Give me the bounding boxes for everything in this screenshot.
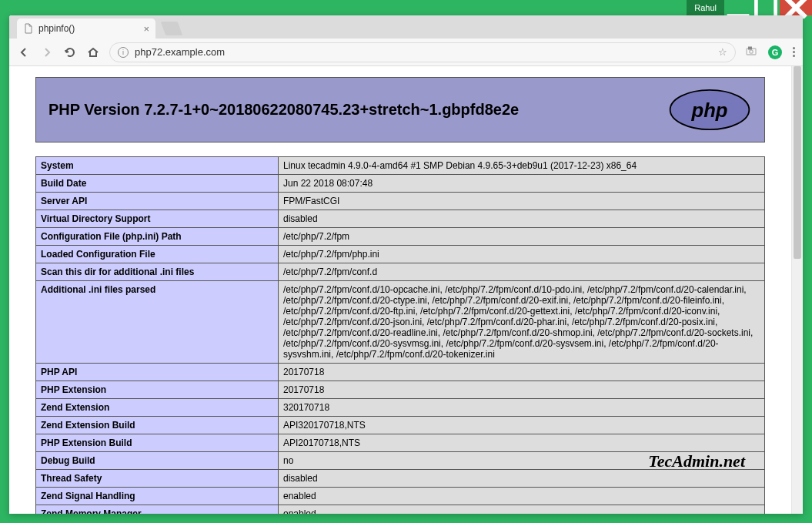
table-row: Server APIFPM/FastCGI [36,193,765,210]
svg-text:php: php [690,99,727,121]
php-logo-icon: php [667,89,752,131]
config-key: Build Date [36,175,279,193]
config-key: Configuration File (php.ini) Path [36,228,279,246]
config-value: API20170718,NTS [279,434,765,452]
php-version-heading: PHP Version 7.2.7-1+0~20180622080745.23+… [48,101,519,119]
table-row: Debug Buildno [36,452,765,470]
config-key: Zend Memory Manager [36,505,279,515]
config-key: Zend Extension Build [36,417,279,434]
config-value: Jun 22 2018 08:07:48 [279,175,765,193]
vertical-scrollbar[interactable] [791,66,803,514]
config-value: /etc/php/7.2/fpm/php.ini [279,246,765,263]
reload-button[interactable] [63,45,77,59]
tab-title: phpinfo() [38,23,75,34]
config-value: 320170718 [279,399,765,417]
back-button[interactable] [17,45,31,59]
config-value: /etc/php/7.2/fpm [279,228,765,246]
config-key: PHP API [36,364,279,381]
grammarly-icon[interactable]: G [768,45,782,59]
config-value: 20170718 [279,381,765,399]
table-row: PHP API20170718 [36,364,765,381]
config-value: no [279,452,765,470]
config-key: Scan this dir for additional .ini files [36,263,279,281]
table-row: Zend Extension320170718 [36,399,765,417]
config-key: PHP Extension Build [36,434,279,452]
phpinfo-table: SystemLinux tecadmin 4.9.0-4-amd64 #1 SM… [35,156,765,514]
config-value: Linux tecadmin 4.9.0-4-amd64 #1 SMP Debi… [279,157,765,175]
table-row: Configuration File (php.ini) Path/etc/ph… [36,228,765,246]
table-row: Zend Signal Handlingenabled [36,488,765,505]
table-row: PHP Extension BuildAPI20170718,NTS [36,434,765,452]
site-info-icon[interactable]: i [118,47,129,58]
scrollbar-thumb[interactable] [794,66,801,259]
table-row: PHP Extension20170718 [36,381,765,399]
url-text: php72.example.com [135,46,225,58]
browser-tab[interactable]: phpinfo() × [17,18,155,39]
config-value: 20170718 [279,364,765,381]
config-value: API320170718,NTS [279,417,765,434]
tab-close-icon[interactable]: × [143,23,149,35]
browser-viewport: PHP Version 7.2.7-1+0~20180622080745.23+… [9,66,803,514]
config-key: PHP Extension [36,381,279,399]
page-icon [23,23,34,34]
php-version-header: PHP Version 7.2.7-1+0~20180622080745.23+… [35,77,765,142]
config-key: Server API [36,193,279,210]
config-key: Zend Extension [36,399,279,417]
config-value: enabled [279,488,765,505]
camera-icon[interactable] [745,45,757,60]
table-row: Zend Extension BuildAPI320170718,NTS [36,417,765,434]
browser-toolbar: i php72.example.com ☆ G [9,39,803,66]
user-badge: Rahul [687,0,724,15]
address-bar[interactable]: i php72.example.com ☆ [109,42,736,62]
config-key: Virtual Directory Support [36,210,279,228]
config-value: FPM/FastCGI [279,193,765,210]
table-row: Thread Safetydisabled [36,470,765,488]
tab-strip: phpinfo() × [9,15,803,39]
config-key: Zend Signal Handling [36,488,279,505]
config-value: disabled [279,470,765,488]
window-maximize-button[interactable] [752,0,780,15]
new-tab-button[interactable] [161,22,183,35]
toolbar-right-icons: G [745,45,795,60]
table-row: Scan this dir for additional .ini files/… [36,263,765,281]
table-row: Build DateJun 22 2018 08:07:48 [36,175,765,193]
forward-button[interactable] [40,45,54,59]
config-key: Debug Build [36,452,279,470]
table-row: Loaded Configuration File/etc/php/7.2/fp… [36,246,765,263]
bookmark-star-icon[interactable]: ☆ [718,46,727,58]
table-row: Additional .ini files parsed/etc/php/7.2… [36,281,765,364]
browser-menu-icon[interactable] [793,47,795,57]
config-value: disabled [279,210,765,228]
table-row: Zend Memory Managerenabled [36,505,765,515]
svg-rect-6 [749,47,751,49]
page-content: PHP Version 7.2.7-1+0~20180622080745.23+… [9,66,791,514]
table-row: SystemLinux tecadmin 4.9.0-4-amd64 #1 SM… [36,157,765,175]
config-key: Thread Safety [36,470,279,488]
config-value: enabled [279,505,765,515]
config-key: Additional .ini files parsed [36,281,279,364]
config-value: /etc/php/7.2/fpm/conf.d/10-opcache.ini, … [279,281,765,364]
svg-point-5 [750,49,753,52]
window-close-button[interactable] [780,0,812,15]
home-button[interactable] [86,45,100,59]
window-titlebar: Rahul [0,0,812,15]
config-value: /etc/php/7.2/fpm/conf.d [279,263,765,281]
config-key: System [36,157,279,175]
table-row: Virtual Directory Supportdisabled [36,210,765,228]
config-key: Loaded Configuration File [36,246,279,263]
browser-window: phpinfo() × i php72.example.com ☆ G PHP … [9,15,803,514]
window-minimize-button[interactable] [724,0,752,15]
